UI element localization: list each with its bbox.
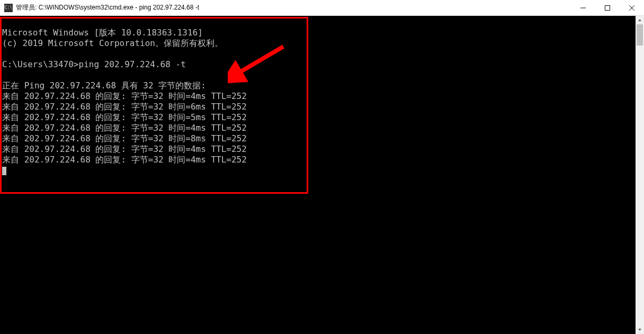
console-area: Microsoft Windows [版本 10.0.18363.1316] (… <box>0 16 644 334</box>
ping-reply-line: 来自 202.97.224.68 的回复: 字节=32 时间=4ms TTL=2… <box>2 144 247 154</box>
minimize-icon <box>580 5 586 11</box>
copyright-line: (c) 2019 Microsoft Corporation。保留所有权利。 <box>2 38 223 48</box>
ping-reply-line: 来自 202.97.224.68 的回复: 字节=32 时间=6ms TTL=2… <box>2 102 247 112</box>
close-button[interactable] <box>620 0 644 15</box>
maximize-icon <box>605 5 610 11</box>
ping-reply-line: 来自 202.97.224.68 的回复: 字节=32 时间=8ms TTL=2… <box>2 133 247 143</box>
chevron-up-icon <box>638 18 642 22</box>
cmd-window: C:\ 管理员: C:\WINDOWS\system32\cmd.exe - p… <box>0 0 644 334</box>
ping-reply-line: 来自 202.97.224.68 的回复: 字节=32 时间=4ms TTL=2… <box>2 91 247 101</box>
prompt-line: C:\Users\33470>ping 202.97.224.68 -t <box>2 59 186 69</box>
titlebar[interactable]: C:\ 管理员: C:\WINDOWS\system32\cmd.exe - p… <box>0 0 644 16</box>
svg-marker-4 <box>638 19 641 21</box>
chevron-down-icon <box>638 328 642 332</box>
ping-reply-line: 来自 202.97.224.68 的回复: 字节=32 时间=4ms TTL=2… <box>2 123 247 133</box>
window-controls <box>571 0 644 15</box>
svg-rect-1 <box>605 5 610 10</box>
cmd-icon: C:\ <box>4 4 13 12</box>
ping-reply-line: 来自 202.97.224.68 的回复: 字节=32 时间=4ms TTL=2… <box>2 155 247 165</box>
svg-marker-5 <box>638 329 641 331</box>
scrollbar-thumb[interactable] <box>637 24 643 46</box>
vertical-scrollbar[interactable] <box>636 16 644 334</box>
maximize-button[interactable] <box>595 0 620 15</box>
version-line: Microsoft Windows [版本 10.0.18363.1316] <box>2 28 203 38</box>
ping-header-line: 正在 Ping 202.97.224.68 具有 32 字节的数据: <box>2 80 206 91</box>
close-icon <box>629 5 634 11</box>
minimize-button[interactable] <box>571 0 595 15</box>
scrollbar-down-button[interactable] <box>636 326 644 334</box>
cursor <box>2 167 6 175</box>
window-title: 管理员: C:\WINDOWS\system32\cmd.exe - ping … <box>16 3 571 12</box>
scrollbar-up-button[interactable] <box>636 16 644 24</box>
ping-reply-line: 来自 202.97.224.68 的回复: 字节=32 时间=5ms TTL=2… <box>2 112 247 122</box>
console-output[interactable]: Microsoft Windows [版本 10.0.18363.1316] (… <box>0 16 636 334</box>
